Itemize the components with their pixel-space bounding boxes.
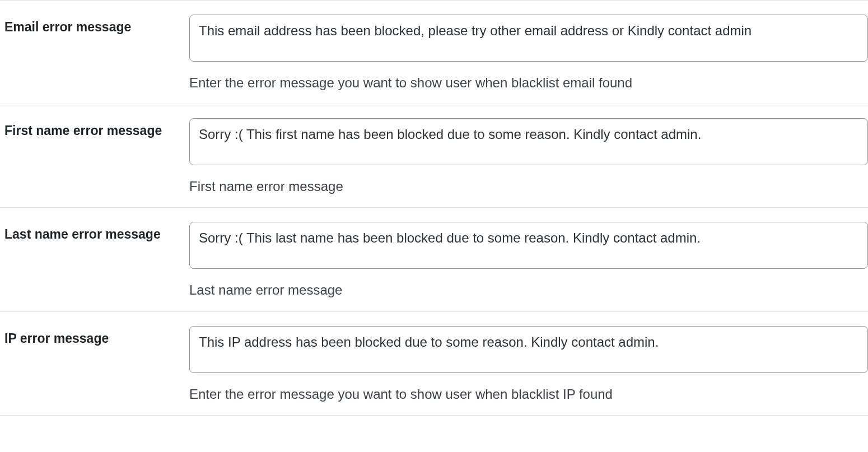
email-error-label: Email error message xyxy=(4,20,131,34)
ip-error-help: Enter the error message you want to show… xyxy=(189,385,868,403)
last-name-error-row: Last name error message Last name error … xyxy=(0,208,868,311)
first-name-error-label: First name error message xyxy=(4,123,162,138)
last-name-error-help: Last name error message xyxy=(189,281,868,299)
ip-error-row: IP error message Enter the error message… xyxy=(0,311,868,415)
first-name-error-help: First name error message xyxy=(189,178,868,195)
settings-form-table: Email error message Enter the error mess… xyxy=(0,0,868,416)
first-name-error-row: First name error message First name erro… xyxy=(0,104,868,208)
last-name-error-input[interactable] xyxy=(189,222,868,269)
ip-error-label: IP error message xyxy=(4,331,109,346)
email-error-input[interactable] xyxy=(189,15,868,62)
email-error-row: Email error message Enter the error mess… xyxy=(0,1,868,104)
email-error-help: Enter the error message you want to show… xyxy=(189,74,868,91)
first-name-error-input[interactable] xyxy=(189,118,868,165)
ip-error-input[interactable] xyxy=(189,326,868,373)
last-name-error-label: Last name error message xyxy=(4,227,161,241)
